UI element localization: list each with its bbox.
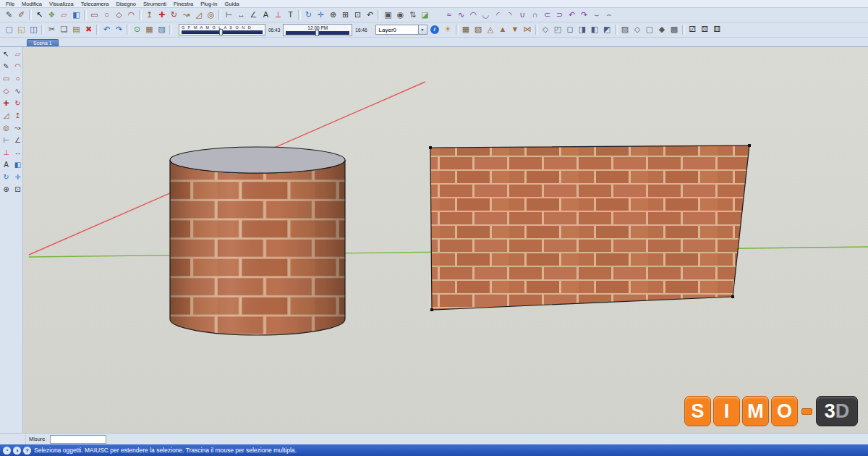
back-view-icon[interactable]: ◧ [589, 24, 601, 35]
polygon-icon[interactable]: ◇ [113, 9, 125, 21]
circle-icon[interactable]: ○ [101, 9, 113, 21]
scale-icon[interactable]: ◿ [1, 111, 12, 122]
smoove-icon[interactable]: ◬ [485, 24, 497, 35]
zoom-previous-icon[interactable]: ↶ [364, 9, 376, 21]
rectangle-icon[interactable]: ▭ [88, 9, 101, 21]
look-around-icon[interactable]: ◉ [394, 9, 407, 21]
smooth-curve-icon[interactable]: ⌣ [590, 9, 603, 21]
toolbar-separator[interactable] [127, 25, 129, 35]
bezier-curve-icon[interactable]: ∿ [455, 9, 467, 21]
paint-bucket-icon[interactable]: ◧ [70, 9, 82, 21]
menu-item[interactable]: Visualizza [46, 1, 77, 7]
position-camera-icon[interactable]: ▣ [382, 9, 394, 21]
menu-item[interactable]: Guida [221, 1, 243, 7]
photo-texture-icon[interactable]: ▨ [156, 24, 168, 35]
rectangle-icon[interactable]: ▭ [1, 74, 12, 85]
menu-item[interactable]: Strumenti [140, 1, 170, 7]
measure-input[interactable] [50, 435, 106, 444]
toolbar-separator[interactable] [218, 10, 221, 20]
orbit-status-icon[interactable]: ◔ [3, 447, 11, 455]
followme-icon[interactable]: ↝ [180, 9, 192, 21]
add-location-icon[interactable]: ⊙ [131, 24, 143, 35]
open-curve-right-icon[interactable]: ⊃ [553, 9, 566, 21]
flatten-curve-icon[interactable]: ⌢ [603, 9, 615, 21]
offset-icon[interactable]: ◎ [1, 123, 12, 134]
toolbar-separator[interactable] [298, 10, 301, 20]
bezier-spline-icon[interactable]: ≈ [443, 9, 455, 21]
pushpull-icon[interactable]: ↥ [143, 9, 156, 21]
orbit-icon[interactable]: ↻ [302, 9, 315, 21]
brick-cylinder[interactable] [170, 147, 345, 335]
line-icon[interactable]: ✎ [1, 62, 12, 72]
toolbar-separator[interactable] [378, 10, 380, 20]
axes-icon[interactable]: ⊥ [272, 9, 284, 21]
curve-redo-icon[interactable]: ↷ [578, 9, 590, 21]
line-icon[interactable]: ✎ [3, 9, 15, 21]
xray-icon[interactable]: ▨ [619, 24, 631, 35]
zoom-window-icon[interactable]: ⊞ [339, 9, 352, 21]
left-view-icon[interactable]: ◩ [601, 24, 613, 35]
menu-item[interactable]: File [2, 1, 18, 7]
pan-status-icon[interactable]: ◑ [13, 447, 21, 455]
followme-icon[interactable]: ↝ [12, 123, 23, 134]
curve-undo-icon[interactable]: ↶ [566, 9, 578, 21]
new-icon[interactable]: ▢ [3, 24, 15, 35]
select-icon[interactable]: ↖ [1, 49, 12, 60]
toolbar-gap[interactable] [431, 9, 443, 21]
open-icon[interactable]: ◱ [15, 24, 27, 35]
polygon-icon[interactable]: ◇ [1, 86, 12, 97]
undo-icon[interactable]: ↶ [101, 24, 113, 35]
move-icon[interactable]: ✚ [1, 98, 12, 109]
layer-info-icon[interactable]: i [430, 25, 439, 34]
pushpull-icon[interactable]: ↥ [12, 111, 23, 122]
toolbar-separator[interactable] [139, 10, 142, 20]
pan-icon[interactable]: ✛ [315, 9, 327, 21]
freehand-icon[interactable]: ∿ [12, 86, 23, 97]
rotate-icon[interactable]: ↻ [12, 98, 23, 109]
3d-text-icon[interactable]: T [284, 9, 297, 21]
text-icon[interactable]: A [1, 160, 12, 171]
text-icon[interactable]: A [260, 9, 272, 21]
freehand-icon[interactable]: ✐ [15, 9, 27, 21]
circle-icon[interactable]: ○ [12, 74, 23, 85]
eraser-icon[interactable]: ▱ [58, 9, 70, 21]
arc-concave-icon[interactable]: ◠ [467, 9, 480, 21]
rotate-icon[interactable]: ↻ [168, 9, 180, 21]
scale-icon[interactable]: ◿ [192, 9, 205, 21]
viewport-canvas[interactable] [23, 47, 868, 433]
protractor-icon[interactable]: ∠ [247, 9, 260, 21]
dimension-icon[interactable]: ↔ [12, 148, 23, 159]
u-curve-icon[interactable]: ∪ [516, 9, 529, 21]
paste-icon[interactable]: ▤ [70, 24, 82, 35]
shadows-toggle-icon[interactable]: ☀ [442, 24, 454, 35]
shadow-date-slider[interactable]: G F M A M G L A S O N D [179, 24, 265, 35]
brick-wall[interactable] [429, 144, 751, 311]
dice-icon-2[interactable]: ⚄ [699, 24, 711, 35]
move-icon[interactable]: ✚ [156, 9, 168, 21]
menu-item[interactable]: Modifica [18, 1, 46, 7]
zoom-icon[interactable]: ⊕ [327, 9, 339, 21]
section-plane-icon[interactable]: ◪ [419, 9, 431, 21]
shadow-time-slider[interactable]: 12:00 PM [283, 24, 352, 36]
arc-icon[interactable]: ◠ [125, 9, 137, 21]
date-slider-bar[interactable] [182, 30, 263, 34]
toolbar-separator[interactable] [456, 25, 459, 35]
select-icon[interactable]: ↖ [33, 9, 46, 21]
sandbox-scratch-icon[interactable]: ▧ [472, 24, 485, 35]
top-view-icon[interactable]: ◰ [552, 24, 564, 35]
dice-icon-1[interactable]: ⚂ [686, 24, 699, 35]
toolbar-separator[interactable] [96, 25, 99, 35]
delete-icon[interactable]: ✖ [82, 24, 95, 35]
drape-icon[interactable]: ▼ [509, 24, 522, 35]
wireframe-icon[interactable]: ◇ [631, 24, 644, 35]
make-component-icon[interactable]: ❖ [46, 9, 58, 21]
pan-icon[interactable]: ✛ [12, 172, 23, 183]
menu-item[interactable]: Telecamera [77, 1, 113, 7]
zoom-extents-icon[interactable]: ⊡ [12, 185, 23, 195]
toolbar-separator[interactable] [29, 10, 32, 20]
shaded-icon[interactable]: ◆ [656, 24, 668, 35]
toggle-terrain-icon[interactable]: ▦ [143, 24, 156, 35]
menu-item[interactable]: Finestra [170, 1, 197, 7]
toolbar-separator[interactable] [682, 25, 685, 35]
hidden-line-icon[interactable]: ▢ [644, 24, 656, 35]
